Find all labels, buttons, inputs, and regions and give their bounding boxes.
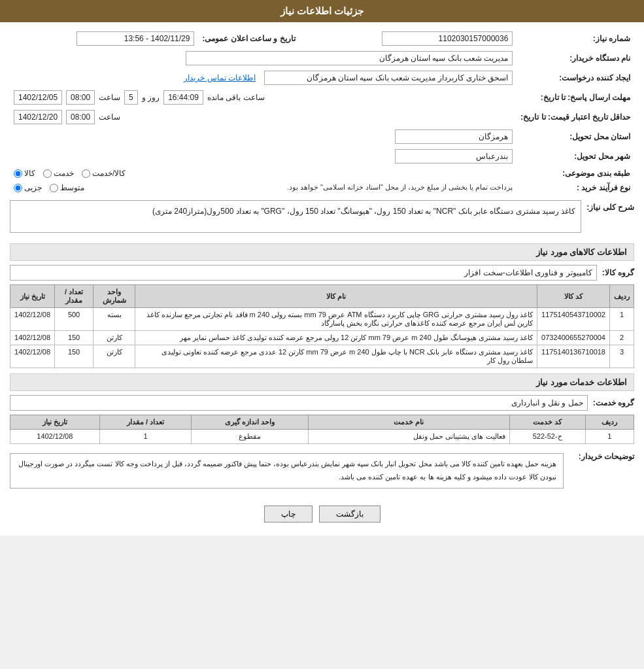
khadamat-table: ردیف کد خدمت نام خدمت واحد اندازه گیری ت…: [10, 415, 634, 444]
hadaqal-value: ساعت 08:00 1402/12/20: [10, 107, 517, 127]
tawzih-value: هزینه حمل بعهده تامین کننده کالا می باشد…: [10, 453, 564, 489]
cell-name: کاغذ رسید مشتری هیوسانگ طول 240 m عرض 79…: [135, 331, 537, 345]
rooz-label: روز و: [142, 93, 160, 102]
ostan-value: هرمزگان: [10, 127, 517, 146]
page-wrapper: جزئیات اطلاعات نیاز شماره نیاز: 11020301…: [0, 0, 644, 536]
table-row: 3 1175140136710018 کاغذ رسید مشتری دستگا…: [10, 345, 634, 368]
print-button[interactable]: چاپ: [264, 506, 313, 523]
mohlat-label: مهلت ارسال پاسخ: تا تاریخ:: [517, 88, 634, 107]
table-row: 1 ح-52-522 فعالیت های پشتیبانی حمل ونقل …: [10, 430, 634, 444]
cell-name: کاغذ رول رسید مشتری حرارتی GRG چاپی کارب…: [135, 308, 537, 331]
kalaha-table: ردیف کد کالا نام کالا واحد شمارش تعداد /…: [10, 284, 634, 368]
khadamat-section-title: اطلاعات خدمات مورد نیاز: [10, 373, 634, 391]
back-button[interactable]: بازگشت: [319, 506, 381, 523]
radio-kala-khadamat[interactable]: کالا/خدمت: [82, 169, 126, 178]
radio-kala-khadamat-label: کالا/خدمت: [92, 169, 126, 178]
ostan-label: استان محل تحویل:: [517, 127, 634, 146]
col-kod-kala: کد کالا: [537, 285, 610, 308]
cell-tedad: 150: [55, 331, 93, 345]
shomara-input: 1102030157000036: [382, 31, 513, 46]
hadaqal-label: حداقل تاریخ اعتبار قیمت: تا تاریخ:: [517, 107, 634, 127]
radio-khadamat-input[interactable]: [43, 169, 52, 178]
bottom-buttons: بازگشت چاپ: [10, 498, 634, 529]
tarikh-elaan-label: تاریخ و ساعت اعلان عمومی:: [198, 29, 308, 48]
sharh-label: شرح کلی نیاز:: [586, 200, 634, 212]
radio-kala-khadamat-input[interactable]: [82, 169, 90, 178]
col-tedad-kala: تعداد / مقدار: [55, 285, 93, 308]
saat2-label: ساعت: [99, 112, 120, 122]
radio-kala[interactable]: کالا: [14, 169, 35, 178]
cell-kod: 1175140543710002: [537, 308, 610, 331]
sharh-section: شرح کلی نیاز: کاغذ رسید مشتری دستگاه عاب…: [10, 200, 634, 238]
tawzih-label: توضیحات خریدار:: [569, 449, 634, 461]
tamas-khardar-link[interactable]: اطلاعات تماس خریدار: [184, 73, 256, 82]
group-kala-label: گروه کالا:: [602, 268, 634, 277]
tabaqabandi-value: کالا/خدمت خدمت کالا: [10, 166, 517, 180]
cell-tarikh: 1402/12/08: [10, 331, 55, 345]
radio-khadamat[interactable]: خدمت: [43, 169, 74, 178]
group-khadamat-label: گروه خدمت:: [593, 398, 634, 407]
row-noefaryand: نوع فرآیند خرید : پرداخت تمام یا بخشی از…: [10, 180, 634, 195]
ijad-value: اسحق ختاری کاربرداز مدیریت شعب بانک سپه …: [10, 68, 517, 88]
radio-jozyi-label: جزیی: [24, 183, 42, 192]
cell-kod: ح-52-522: [509, 430, 585, 444]
cell-radif: 1: [610, 308, 634, 331]
radio-jozyi[interactable]: جزیی: [14, 183, 42, 192]
radio-motavaset[interactable]: متوسط: [50, 183, 84, 192]
col-tedad-kh: تعداد / مقدار: [99, 415, 192, 430]
col-name-kh: نام خدمت: [309, 415, 509, 430]
namedastgah-value: مدیریت شعب بانک سپه استان هرمزگان: [10, 48, 517, 68]
cell-radif: 1: [585, 430, 634, 444]
mohlat-value: ساعت باقی مانده 16:44:09 روز و 5 ساعت 08…: [10, 88, 517, 107]
cell-kod: 1175140136710018: [537, 345, 610, 368]
sharh-value: کاغذ رسید مشتری دستگاه عابر بانک "NCR" ب…: [10, 200, 581, 233]
namedastgah-input: مدیریت شعب بانک سپه استان هرمزگان: [186, 51, 513, 65]
namedastgah-label: نام دستگاه خریدار:: [517, 48, 634, 68]
row-namedastgah: نام دستگاه خریدار: مدیریت شعب بانک سپه ا…: [10, 48, 634, 68]
col-radif-kh: ردیف: [585, 415, 634, 430]
radio-kala-label: کالا: [24, 169, 35, 178]
cell-tarikh: 1402/12/08: [10, 430, 100, 444]
saat-value: 08:00: [66, 90, 95, 105]
radio-khadamat-label: خدمت: [54, 169, 74, 178]
cell-vahed: بسته: [93, 308, 135, 331]
cell-tedad: 150: [55, 345, 93, 368]
group-khadamat-row: گروه خدمت: حمل و نقل و انبارداری: [10, 395, 634, 411]
kalaha-table-header: ردیف کد کالا نام کالا واحد شمارش تعداد /…: [10, 285, 634, 308]
rooz-value: 5: [124, 90, 138, 105]
content-area: شماره نیاز: 1102030157000036 تاریخ و ساع…: [0, 22, 644, 536]
cell-radif: 2: [610, 331, 634, 345]
cell-vahed: کارتن: [93, 345, 135, 368]
table-row: 1 1175140543710002 کاغذ رول رسید مشتری ح…: [10, 308, 634, 331]
col-tarikh-kala: تاریخ نیاز: [10, 285, 55, 308]
cell-radif: 3: [610, 345, 634, 368]
main-info-table: شماره نیاز: 1102030157000036 تاریخ و ساع…: [10, 29, 634, 195]
shahr-input: بندرعباس: [395, 149, 513, 163]
tabaqabandi-label: طبقه بندی موضوعی:: [517, 166, 634, 180]
shomara-label: شماره نیاز:: [517, 29, 634, 48]
cell-name: کاغذ رسید مشتری دستگاه عابر بانک NCR با …: [135, 345, 537, 368]
group-kala-value: کامپیوتر و فناوری اطلاعات-سخت افزار: [10, 265, 597, 281]
noefaryand-label: نوع فرآیند خرید :: [517, 180, 634, 195]
ijad-label: ایجاد کننده درخواست:: [517, 68, 634, 88]
baqi-saat-value: 16:44:09: [163, 90, 203, 105]
page-header: جزئیات اطلاعات نیاز: [0, 0, 644, 22]
date2-value: 1402/12/20: [14, 110, 62, 124]
row-hadaqal: حداقل تاریخ اعتبار قیمت: تا تاریخ: ساعت …: [10, 107, 634, 127]
radio-motavaset-input[interactable]: [50, 184, 58, 192]
khadamat-table-header: ردیف کد خدمت نام خدمت واحد اندازه گیری ت…: [10, 415, 634, 430]
kalaha-section-title: اطلاعات کالاهای مورد نیاز: [10, 243, 634, 261]
shahr-label: شهر محل تحویل:: [517, 146, 634, 166]
table-row: 2 0732400655270004 کاغذ رسید مشتری هیوسا…: [10, 331, 634, 345]
cell-name: فعالیت های پشتیبانی حمل ونقل: [309, 430, 509, 444]
saat-label: ساعت: [99, 93, 120, 102]
col-vahed-kala: واحد شمارش: [93, 285, 135, 308]
noefaryand-value: پرداخت تمام یا بخشی از مبلغ خرید، از محل…: [10, 180, 517, 195]
radio-kala-input[interactable]: [14, 169, 22, 178]
tarikh-elaan-value: 1402/11/29 - 13:56: [10, 29, 198, 48]
col-vahed-kh: واحد اندازه گیری: [192, 415, 309, 430]
cell-kod: 0732400655270004: [537, 331, 610, 345]
radio-jozyi-input[interactable]: [14, 184, 22, 192]
row-shahr: شهر محل تحویل: بندرعباس: [10, 146, 634, 166]
baqi-saat-label: ساعت باقی مانده: [207, 93, 265, 102]
